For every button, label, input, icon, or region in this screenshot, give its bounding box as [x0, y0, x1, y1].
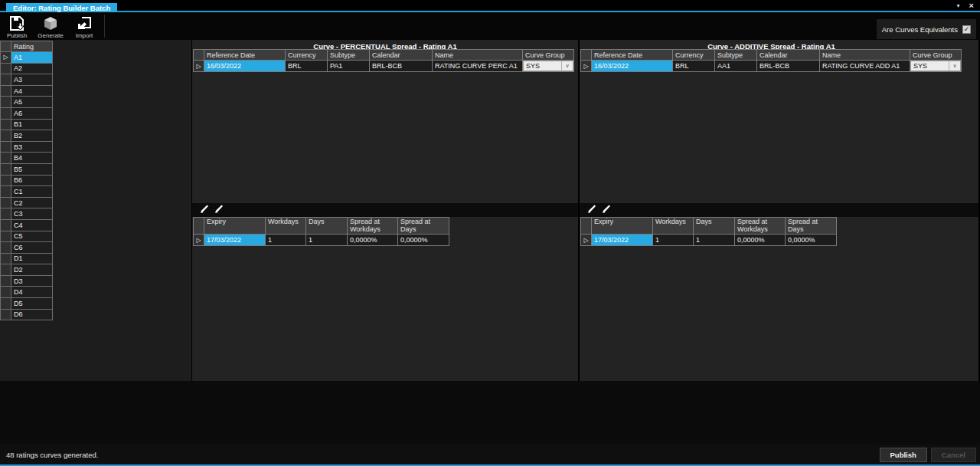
column-header[interactable]: Days — [306, 218, 348, 235]
rating-cell[interactable]: B6 — [11, 176, 53, 187]
rating-cell[interactable]: A3 — [11, 74, 53, 86]
rating-cell[interactable]: B2 — [11, 130, 53, 142]
table-row[interactable]: ▷ 16/03/2022 BRL AA1 BRL-BCB RATING CURV… — [581, 61, 962, 72]
table-row[interactable]: ▷ 17/03/2022 1 1 0,0000% 0,0000% — [194, 235, 449, 246]
column-header[interactable]: Workdays — [266, 218, 306, 235]
subtype-cell[interactable]: AA1 — [715, 61, 757, 72]
rating-row[interactable]: C2 — [1, 198, 53, 209]
rating-cell[interactable]: A6 — [11, 108, 53, 120]
expiry-cell[interactable]: 17/03/2022 — [592, 235, 653, 246]
rating-cell[interactable]: B1 — [11, 120, 53, 131]
add-spread-pen-icon[interactable] — [214, 203, 223, 217]
rating-row[interactable]: B4 — [1, 153, 53, 164]
column-header[interactable]: Currency — [673, 50, 715, 61]
table-row[interactable]: ▷ 16/03/2022 BRL PA1 BRL-BCB RATING CURV… — [194, 61, 574, 72]
are-curves-equivalents-checkbox[interactable]: ✓ — [962, 25, 971, 34]
column-header[interactable]: Expiry — [592, 218, 653, 235]
rating-cell[interactable]: A2 — [11, 64, 53, 75]
column-header[interactable]: Name — [433, 50, 523, 61]
spread-days-cell[interactable]: 0,0000% — [398, 235, 449, 246]
spread-days-cell[interactable]: 0,0000% — [786, 235, 837, 246]
rating-row[interactable]: C6 — [1, 242, 53, 254]
days-cell[interactable]: 1 — [694, 235, 735, 246]
expiry-cell[interactable]: 17/03/2022 — [204, 235, 266, 246]
rating-row[interactable]: A6 — [1, 108, 53, 120]
column-header[interactable]: Spread at Workdays — [735, 218, 786, 235]
rating-cell[interactable]: A1 — [11, 52, 53, 64]
rating-row[interactable]: B3 — [1, 142, 53, 153]
column-header[interactable]: Days — [694, 218, 735, 235]
rating-cell[interactable]: A5 — [11, 97, 53, 108]
rating-row[interactable]: B2 — [1, 130, 53, 142]
window-menu-icon[interactable]: ▾ — [957, 2, 960, 9]
rating-cell[interactable]: D3 — [11, 276, 53, 287]
curve-group-dropdown[interactable]: SYS ∨ — [910, 61, 961, 71]
column-header[interactable]: Spread at Workdays — [348, 218, 398, 235]
reference-date-cell[interactable]: 16/03/2022 — [204, 61, 286, 72]
column-header[interactable]: Calendar — [370, 50, 433, 61]
column-header[interactable]: Reference Date — [592, 50, 673, 61]
rating-row[interactable]: C3 — [1, 208, 53, 220]
rating-cell[interactable]: A4 — [11, 86, 53, 97]
rating-row[interactable]: A3 — [1, 74, 53, 86]
column-header[interactable]: Subtype — [715, 50, 757, 61]
currency-cell[interactable]: BRL — [673, 61, 715, 72]
edit-spread-pen-icon[interactable] — [586, 203, 596, 217]
calendar-cell[interactable]: BRL-BCB — [757, 61, 820, 72]
rating-row[interactable]: D6 — [1, 310, 53, 321]
rating-cell[interactable]: B3 — [11, 142, 53, 153]
table-row[interactable]: ▷ 17/03/2022 1 1 0,0000% 0,0000% — [581, 235, 837, 246]
rating-row[interactable]: A2 — [1, 64, 53, 75]
spread-workdays-cell[interactable]: 0,0000% — [735, 235, 786, 246]
publish-tool-button[interactable]: Publish — [0, 14, 34, 40]
rating-cell[interactable]: B4 — [11, 153, 53, 164]
rating-cell[interactable]: C5 — [11, 231, 53, 243]
column-header[interactable]: Spread at Days — [398, 218, 449, 235]
workdays-cell[interactable]: 1 — [266, 235, 306, 246]
rating-cell[interactable]: B5 — [11, 164, 53, 176]
column-header[interactable]: Curve Group — [523, 50, 574, 61]
column-header[interactable]: Reference Date — [204, 50, 286, 61]
rating-row[interactable]: C4 — [1, 220, 53, 231]
workdays-cell[interactable]: 1 — [653, 235, 694, 246]
rating-cell[interactable]: C4 — [11, 220, 53, 231]
cancel-button[interactable]: Cancel — [931, 448, 976, 462]
rating-column-header[interactable]: Rating — [11, 41, 53, 52]
rating-cell[interactable]: D5 — [11, 298, 53, 310]
rating-row[interactable]: D3 — [1, 276, 53, 287]
rating-row[interactable]: D1 — [1, 254, 53, 265]
close-icon[interactable]: × — [969, 1, 974, 10]
curve-group-dropdown[interactable]: SYS ∨ — [523, 61, 573, 71]
publish-button[interactable]: Publish — [880, 448, 927, 462]
name-cell[interactable]: RATING CURVE ADD A1 — [820, 61, 910, 72]
edit-spread-pen-icon[interactable] — [199, 203, 208, 217]
column-header[interactable]: Name — [820, 50, 910, 61]
rating-row[interactable]: B1 — [1, 120, 53, 131]
column-header[interactable]: Spread at Days — [786, 218, 837, 235]
import-tool-button[interactable]: Import — [67, 14, 101, 40]
currency-cell[interactable]: BRL — [286, 61, 328, 72]
rating-row[interactable]: D5 — [1, 298, 53, 310]
name-cell[interactable]: RATING CURVE PERC A1 — [433, 61, 523, 72]
column-header[interactable]: Curve Group — [910, 50, 962, 61]
add-spread-pen-icon[interactable] — [601, 203, 610, 217]
rating-cell[interactable]: C6 — [11, 242, 53, 254]
rating-cell[interactable]: C3 — [11, 208, 53, 220]
generate-tool-button[interactable]: Generate — [34, 14, 67, 40]
rating-row[interactable]: B5 — [1, 164, 53, 176]
days-cell[interactable]: 1 — [306, 235, 348, 246]
rating-row[interactable]: B6 — [1, 176, 53, 187]
rating-row[interactable]: A4 — [1, 86, 53, 97]
rating-row[interactable]: D2 — [1, 264, 53, 276]
column-header[interactable]: Workdays — [653, 218, 694, 235]
rating-row[interactable]: D4 — [1, 287, 53, 298]
rating-row[interactable]: ▷A1 — [1, 52, 53, 64]
rating-cell[interactable]: D4 — [11, 287, 53, 298]
column-header[interactable]: Subtype — [328, 50, 370, 61]
column-header[interactable]: Calendar — [757, 50, 820, 61]
rating-cell[interactable]: D2 — [11, 264, 53, 276]
rating-row[interactable]: A5 — [1, 97, 53, 108]
rating-cell[interactable]: C1 — [11, 186, 53, 198]
calendar-cell[interactable]: BRL-BCB — [370, 61, 433, 72]
rating-row[interactable]: C5 — [1, 231, 53, 243]
